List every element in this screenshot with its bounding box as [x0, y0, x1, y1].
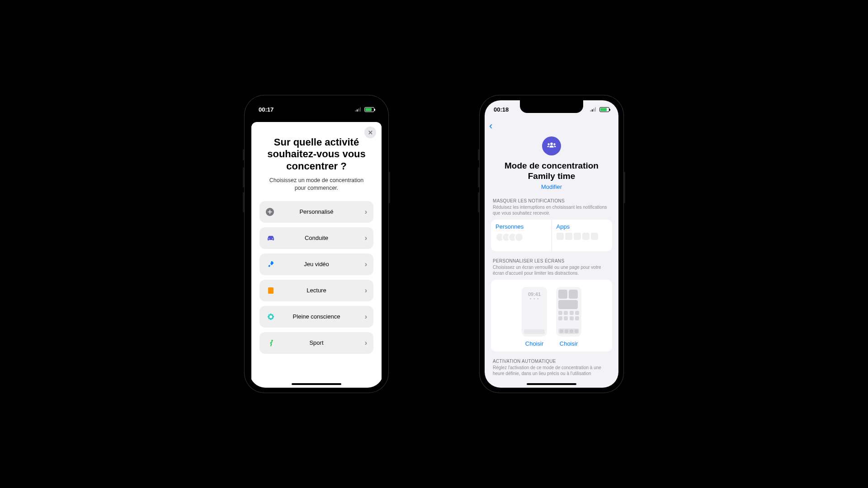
sheet-subtitle: Choisissez un mode de concentration pour… — [251, 177, 382, 201]
notifications-card: Personnes Apps — [491, 220, 612, 251]
option-fitness[interactable]: Sport › — [259, 332, 373, 354]
sheet-title: Sur quelle activité souhaitez-vous vous … — [251, 127, 382, 177]
status-time: 00:18 — [494, 106, 509, 113]
home-indicator[interactable] — [292, 383, 341, 385]
focus-picker-sheet: ✕ Sur quelle activité souhaitez-vous vou… — [251, 122, 382, 388]
option-label: Lecture — [259, 287, 373, 294]
people-column[interactable]: Personnes — [491, 220, 552, 251]
choose-home-button[interactable]: Choisir — [560, 340, 578, 347]
lock-screen-preview[interactable]: 09:41 ● ● ● — [522, 287, 547, 337]
notch — [520, 100, 583, 113]
option-custom[interactable]: Personnalisé › — [259, 201, 373, 223]
home-indicator[interactable] — [527, 383, 576, 385]
option-mindfulness[interactable]: Pleine conscience › — [259, 306, 373, 328]
home-screen-option: Choisir — [556, 287, 581, 347]
lock-screen-option: 09:41 ● ● ● Choisir — [522, 287, 547, 347]
option-reading[interactable]: Lecture › — [259, 280, 373, 301]
close-button[interactable]: ✕ — [364, 127, 376, 138]
focus-hero-icon — [542, 136, 561, 155]
option-label: Sport — [259, 339, 373, 346]
people-avatars-placeholder — [495, 233, 547, 242]
home-screen-preview[interactable] — [556, 287, 581, 337]
section-desc-screens: Choisissez un écran verrouillé ou une pa… — [491, 263, 612, 280]
preview-time: 09:41 — [524, 291, 545, 297]
people-icon — [547, 142, 557, 150]
focus-title: Mode de concentrationFamily time — [491, 161, 612, 182]
section-header-notifications: MASQUER LES NOTIFICATIONS — [491, 198, 612, 203]
back-button[interactable]: ‹ — [489, 120, 492, 132]
svg-point-15 — [553, 143, 555, 145]
status-indicators — [590, 106, 609, 113]
phone-mockup-left: 00:17 ✕ Sur quelle activité souhaitez-vo… — [244, 95, 389, 393]
apps-placeholder — [557, 233, 608, 240]
focus-detail-content: Mode de concentrationFamily time Modifie… — [485, 134, 618, 388]
option-gaming[interactable]: Jeu vidéo › — [259, 253, 373, 275]
people-label: Personnes — [495, 223, 547, 230]
choose-lock-button[interactable]: Choisir — [525, 340, 543, 347]
option-label: Jeu vidéo — [259, 261, 373, 267]
notch — [285, 100, 348, 113]
status-time: 00:17 — [259, 106, 274, 113]
section-desc-auto: Réglez l'activation de ce mode de concen… — [491, 364, 612, 380]
close-icon: ✕ — [368, 129, 373, 136]
apps-column[interactable]: Apps — [552, 220, 613, 251]
battery-icon — [599, 107, 609, 112]
focus-options-list: Personnalisé › Conduite › Jeu vidéo › — [251, 201, 382, 354]
svg-point-14 — [547, 143, 549, 145]
phone-mockup-right: 00:18 ‹ Mode de concentrationFamily time… — [479, 95, 624, 393]
option-label: Personnalisé — [259, 208, 373, 215]
cellular-icon — [590, 107, 596, 112]
status-indicators — [355, 106, 374, 113]
option-label: Conduite — [259, 235, 373, 241]
apps-label: Apps — [557, 223, 608, 230]
svg-point-13 — [550, 143, 553, 145]
option-driving[interactable]: Conduite › — [259, 227, 373, 249]
section-desc-notifications: Réduisez les interruptions en choisissan… — [491, 203, 612, 220]
battery-icon — [364, 107, 374, 112]
nav-bar: ‹ — [485, 118, 618, 134]
section-header-auto: ACTIVATION AUTOMATIQUE — [491, 359, 612, 364]
option-label: Pleine conscience — [259, 313, 373, 320]
screens-card: 09:41 ● ● ● Choisir Choisir — [491, 280, 612, 352]
cellular-icon — [355, 107, 361, 112]
section-header-screens: PERSONNALISER LES ÉCRANS — [491, 258, 612, 263]
modify-link[interactable]: Modifier — [491, 183, 612, 190]
